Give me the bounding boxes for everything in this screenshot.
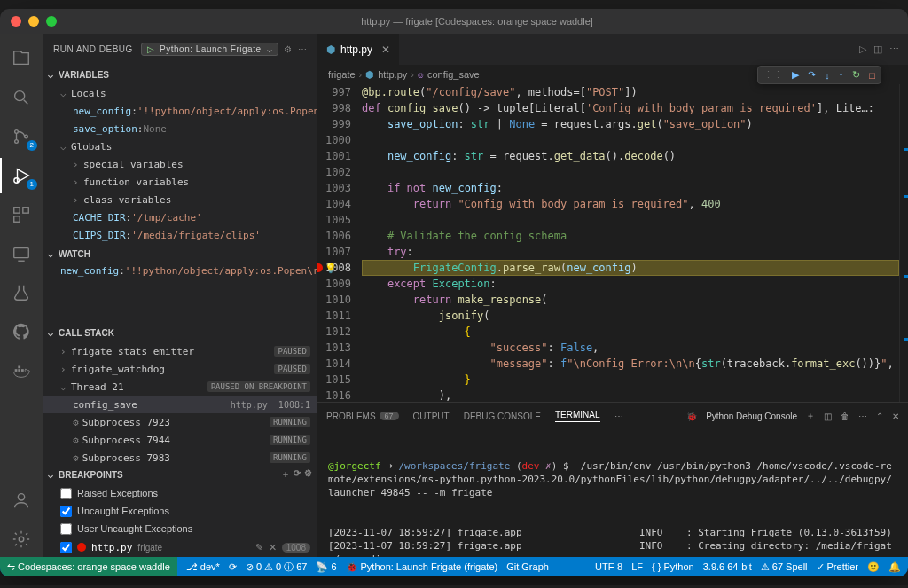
testing-icon[interactable] <box>0 275 43 310</box>
minimize-window[interactable] <box>28 16 39 27</box>
terminal-name[interactable]: Python Debug Console <box>706 412 797 421</box>
split-terminal-icon[interactable]: ◫ <box>824 412 832 421</box>
locals-scope[interactable]: ⌵Locals <box>43 84 317 102</box>
code-editor[interactable]: 9979989991000100110021003100410051006100… <box>317 84 908 402</box>
language-mode[interactable]: { } Python <box>652 561 694 572</box>
git-graph[interactable]: Git Graph <box>506 561 549 572</box>
remote-explorer-icon[interactable] <box>0 236 43 271</box>
svg-point-14 <box>19 537 24 542</box>
problems-status[interactable]: ⊘ 0 ⚠ 0 ⓘ 67 <box>246 561 308 574</box>
python-interpreter[interactable]: 3.9.6 64-bit <box>703 561 752 572</box>
debug-launch-status[interactable]: 🐞 Python: Launch Frigate (frigate) <box>346 561 498 573</box>
gear-icon[interactable]: ⚙ <box>284 44 293 54</box>
breakpoint-raised[interactable]: Raised Exceptions <box>43 484 317 502</box>
editor-tab[interactable]: ⬢ http.py ✕ <box>317 34 400 65</box>
python-file-icon: ⬢ <box>326 43 335 56</box>
stop-button[interactable]: □ <box>869 70 875 81</box>
callstack-row[interactable]: ⌵Thread-21PAUSED ON BREAKPOINT <box>43 378 317 396</box>
variable-row[interactable]: CLIPS_DIR: '/media/frigate/clips' <box>43 226 317 244</box>
callstack-section[interactable]: ⌵CALL STACK <box>43 323 317 342</box>
variable-row[interactable]: ›function variables <box>43 173 317 191</box>
tab-output[interactable]: OUTPUT <box>413 412 450 421</box>
maximize-window[interactable] <box>46 16 57 27</box>
step-over-button[interactable]: ↷ <box>808 69 816 81</box>
search-icon[interactable] <box>0 80 43 115</box>
remote-indicator[interactable]: ⇋ Codespaces: orange space waddle <box>0 557 177 576</box>
variable-row[interactable]: new_config: '!!python/object/apply:os.Po… <box>43 102 317 120</box>
svg-rect-7 <box>14 216 20 222</box>
close-window[interactable] <box>11 16 21 27</box>
account-icon[interactable] <box>0 482 43 518</box>
terminal[interactable]: @jorgectf ➜ /workspaces/frigate (dev ✗) … <box>317 429 908 557</box>
breakpoint-uncaught[interactable]: Uncaught Exceptions <box>43 502 317 520</box>
debug-toolbar[interactable]: ⋮⋮ ▶ ↷ ↓ ↑ ↻ □ <box>757 66 881 84</box>
watch-section[interactable]: ⌵WATCH <box>43 244 317 263</box>
variable-row[interactable]: save_option: None <box>43 120 317 137</box>
callstack-row[interactable]: config_savehttp.py 1008:1 <box>43 396 317 413</box>
add-breakpoint-icon[interactable]: ＋ <box>281 468 290 481</box>
toggle-breakpoints-icon[interactable]: ⟳ <box>294 468 301 481</box>
callstack-row[interactable]: ⚙Subprocess 7944RUNNING <box>43 431 317 449</box>
more-icon[interactable]: ⋯ <box>858 412 867 421</box>
notifications-icon[interactable]: 🔔 <box>888 561 901 573</box>
more-icon[interactable]: ⋯ <box>298 44 308 54</box>
launch-config-select[interactable]: ▷ Python: Launch Frigate ⌵ <box>141 43 278 56</box>
eol[interactable]: LF <box>631 561 643 572</box>
variables-section[interactable]: ⌵VARIABLES <box>43 65 317 84</box>
continue-button[interactable]: ▶ <box>792 69 799 81</box>
settings-icon[interactable] <box>0 521 43 557</box>
prettier-status[interactable]: ✓ Prettier <box>817 561 858 573</box>
trash-icon[interactable]: 🗑 <box>841 412 849 421</box>
gear-icon[interactable]: ⚙ <box>304 468 312 481</box>
breakpoint-user-uncaught[interactable]: User Uncaught Exceptions <box>43 520 317 537</box>
new-terminal-icon[interactable]: ＋ <box>806 410 815 422</box>
close-tab-icon[interactable]: ✕ <box>381 43 390 56</box>
minimap[interactable] <box>899 84 908 402</box>
step-out-button[interactable]: ↑ <box>839 70 844 81</box>
spell-check[interactable]: ⚠ 67 Spell <box>761 561 808 573</box>
github-icon[interactable] <box>0 314 43 349</box>
svg-rect-5 <box>14 208 20 213</box>
debug-sidebar: RUN AND DEBUG ▷ Python: Launch Frigate ⌵… <box>43 34 317 557</box>
grip-icon[interactable]: ⋮⋮ <box>763 69 783 81</box>
callstack-row[interactable]: ›frigate_stats_emitterPAUSED <box>43 342 317 360</box>
close-icon[interactable]: ✕ <box>269 542 277 553</box>
maximize-panel-icon[interactable]: ⌃ <box>876 412 883 421</box>
scm-icon[interactable]: 2 <box>0 119 43 154</box>
callstack-row[interactable]: ⚙Subprocess 7923RUNNING <box>43 413 317 431</box>
split-editor-icon[interactable]: ◫ <box>873 43 882 55</box>
breakpoint-file[interactable]: http.py frigate ✎✕1008 <box>43 537 317 557</box>
editor-tabs: ⬢ http.py ✕ ▷ ◫ ⋯ <box>317 34 908 65</box>
watch-expression[interactable]: new_config: '!!python/object/apply:os.Po… <box>43 263 317 278</box>
globals-scope[interactable]: ⌵Globals <box>43 137 317 155</box>
more-icon[interactable]: ⋯ <box>889 43 899 55</box>
debug-icon[interactable]: 1 <box>0 158 43 193</box>
svg-rect-10 <box>18 369 20 372</box>
breakpoints-section[interactable]: ⌵BREAKPOINTS ＋⟳⚙ <box>43 465 317 484</box>
tab-debug-console[interactable]: DEBUG CONSOLE <box>464 412 541 421</box>
svg-point-2 <box>15 140 19 144</box>
breakpoint-dot-icon <box>77 543 86 552</box>
step-into-button[interactable]: ↓ <box>825 70 830 81</box>
tab-problems[interactable]: PROBLEMS 67 <box>326 412 399 421</box>
callstack-row[interactable]: ⚙Subprocess 7983RUNNING <box>43 449 317 465</box>
ports-status[interactable]: 📡 6 <box>316 561 336 573</box>
extensions-icon[interactable] <box>0 197 43 232</box>
explorer-icon[interactable] <box>0 41 43 76</box>
variable-row[interactable]: ›special variables <box>43 155 317 173</box>
encoding[interactable]: UTF-8 <box>595 561 622 572</box>
close-panel-icon[interactable]: ✕ <box>892 412 899 421</box>
docker-icon[interactable] <box>0 353 43 388</box>
git-branch[interactable]: ⎇ dev* <box>186 561 220 573</box>
more-icon[interactable]: ⋯ <box>614 412 623 421</box>
callstack-row[interactable]: ›frigate_watchdogPAUSED <box>43 360 317 378</box>
variable-row[interactable]: ›class variables <box>43 191 317 208</box>
run-icon[interactable]: ▷ <box>859 43 866 55</box>
variable-row[interactable]: CACHE_DIR: '/tmp/cache' <box>43 208 317 226</box>
svg-point-13 <box>18 494 24 500</box>
tab-terminal[interactable]: TERMINAL <box>555 410 600 422</box>
restart-button[interactable]: ↻ <box>852 69 860 81</box>
feedback-icon[interactable]: 🙂 <box>867 561 880 573</box>
edit-icon[interactable]: ✎ <box>255 542 263 553</box>
sync-icon[interactable]: ⟳ <box>229 561 237 573</box>
